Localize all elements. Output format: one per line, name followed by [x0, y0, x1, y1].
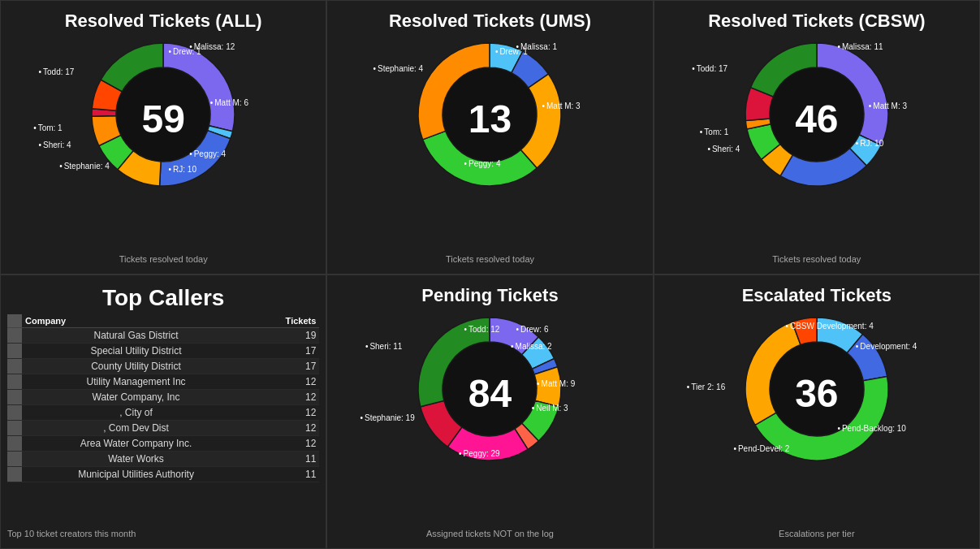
table-row: Water Company, Inc12: [7, 390, 319, 405]
label-mattm-cbsw: Matt M: 3: [869, 102, 907, 110]
label-neilm-pending: Neil M: 3: [532, 404, 568, 413]
label-malissa-cbsw: Malissa: 11: [837, 42, 883, 51]
label-rj-cbsw: RJ: 10: [856, 139, 883, 148]
tickets-cell: 12: [250, 374, 319, 390]
company-cell: County Utility District: [22, 359, 250, 374]
tickets-cell: 17: [250, 359, 319, 374]
row-stripe: [7, 452, 22, 467]
subtitle-top-callers: Top 10 ticket creators this month: [7, 529, 136, 542]
tickets-cell: 12: [250, 436, 319, 452]
subtitle-resolved-all: Tickets resolved today: [119, 254, 208, 267]
table-row: Area Water Company Inc.12: [7, 436, 319, 452]
table-row: Municipal Utilities Authority11: [7, 467, 319, 482]
col-company-header: Company: [22, 314, 250, 328]
donut-value-pending: 84: [468, 371, 512, 416]
donut-value-escalated: 36: [795, 371, 838, 416]
company-cell: Utility Management Inc: [22, 374, 250, 390]
row-stripe: [7, 421, 22, 436]
company-cell: Natural Gas District: [22, 328, 250, 344]
label-malissa-pending: Malissa: 2: [511, 342, 552, 351]
label-rj-all: RJ: 10: [169, 165, 196, 174]
company-cell: , Com Dev Dist: [22, 421, 250, 436]
panel-escalated: Escalated Tickets 36 CBSW Development: 4…: [654, 274, 980, 549]
subtitle-resolved-ums: Tickets resolved today: [446, 254, 534, 267]
label-stephanie-all: Stephanie: 4: [59, 162, 110, 171]
table-row: Special Utility District17: [7, 344, 319, 359]
donut-value-ums: 13: [468, 97, 512, 141]
panel-top-callers: Top Callers Company Tickets Natural Gas …: [0, 274, 326, 549]
label-todd-all: Todd: 17: [39, 67, 75, 76]
panel-resolved-cbsw: Resolved Tickets (CBSW) 46 Malissa: 11 T…: [654, 0, 980, 274]
title-resolved-ums: Resolved Tickets (UMS): [389, 11, 591, 32]
panel-resolved-all: Resolved Tickets (ALL) 59 Drew: 1 Maliss…: [0, 0, 326, 274]
row-stripe: [7, 467, 22, 482]
label-mattm-ums: Matt M: 3: [542, 102, 580, 110]
main-grid: Resolved Tickets (ALL) 59 Drew: 1 Maliss…: [0, 0, 980, 549]
donut-resolved-all: 59 Drew: 1 Malissa: 12 Todd: 17 Matt M: …: [33, 33, 293, 204]
table-row: , City of12: [7, 405, 319, 421]
label-penddevel-escalated: Pend-Devel: 2: [733, 444, 789, 453]
tickets-cell: 19: [250, 328, 319, 344]
row-stripe: [7, 344, 22, 359]
company-cell: Water Works: [22, 452, 250, 467]
label-tier2-escalated: Tier 2: 16: [687, 383, 725, 391]
tickets-cell: 12: [250, 421, 319, 436]
row-stripe: [7, 436, 22, 452]
panel-resolved-ums: Resolved Tickets (UMS) 13 Drew: 1 Maliss…: [326, 0, 653, 274]
label-todd-pending: Todd: 12: [464, 325, 499, 334]
subtitle-pending: Assigned tickets NOT on the log: [426, 529, 554, 542]
subtitle-escalated: Escalations per tier: [779, 529, 855, 542]
label-todd-cbsw: Todd: 17: [692, 64, 727, 73]
donut-escalated: 36 CBSW Development: 4 Development: 4 Ti…: [687, 308, 947, 478]
tickets-cell: 12: [250, 405, 319, 421]
donut-resolved-ums: 13 Drew: 1 Malissa: 1 Stephanie: 4 Matt …: [360, 33, 620, 204]
col-stripe: [7, 314, 22, 328]
label-malissa-ums: Malissa: 1: [516, 42, 557, 51]
row-stripe: [7, 359, 22, 374]
company-cell: , City of: [22, 405, 250, 421]
donut-pending: 84 Todd: 12 Drew: 6 Malissa: 2 Sheri: 11…: [360, 308, 620, 478]
donut-resolved-cbsw: 46 Malissa: 11 Todd: 17 Matt M: 3 Tom: 1…: [687, 33, 947, 204]
table-row: , Com Dev Dist12: [7, 421, 319, 436]
label-peggy-pending: Peggy: 29: [459, 449, 500, 458]
label-stephanie-pending: Stephanie: 19: [360, 413, 414, 422]
title-top-callers: Top Callers: [7, 285, 319, 311]
label-stephanie-ums: Stephanie: 4: [373, 64, 423, 73]
row-stripe: [7, 374, 22, 390]
company-cell: Water Company, Inc: [22, 390, 250, 405]
title-resolved-cbsw: Resolved Tickets (CBSW): [708, 11, 925, 32]
title-resolved-all: Resolved Tickets (ALL): [65, 11, 262, 32]
label-cbswdev-escalated: CBSW Development: 4: [785, 322, 873, 331]
tickets-cell: 11: [250, 452, 319, 467]
donut-svg-all: [82, 33, 244, 196]
subtitle-resolved-cbsw: Tickets resolved today: [772, 254, 861, 267]
tickets-cell: 17: [250, 344, 319, 359]
table-row: Natural Gas District19: [7, 328, 319, 344]
table-row: County Utility District17: [7, 359, 319, 374]
col-tickets-header: Tickets: [250, 314, 319, 328]
label-sheri-cbsw: Sheri: 4: [707, 145, 740, 153]
label-malissa-all: Malissa: 12: [189, 42, 235, 51]
label-dev-escalated: Development: 4: [856, 342, 917, 351]
label-peggy-all: Peggy: 4: [189, 149, 226, 158]
label-sheri-pending: Sheri: 11: [365, 342, 403, 351]
panel-pending: Pending Tickets 84 Todd: 12 Drew: 6 Mali…: [326, 274, 653, 549]
label-tom-cbsw: Tom: 1: [700, 128, 729, 136]
table-row: Utility Management Inc12: [7, 374, 319, 390]
label-mattm-all: Matt M: 6: [210, 98, 248, 107]
company-cell: Area Water Company Inc.: [22, 436, 250, 452]
tickets-cell: 11: [250, 467, 319, 482]
label-peggy-ums: Peggy: 4: [464, 159, 500, 168]
row-stripe: [7, 405, 22, 421]
company-cell: Special Utility District: [22, 344, 250, 359]
row-stripe: [7, 390, 22, 405]
company-cell: Municipal Utilities Authority: [22, 467, 250, 482]
callers-table: Company Tickets Natural Gas District19Sp…: [7, 314, 319, 482]
label-tom-all: Tom: 1: [33, 123, 63, 132]
row-stripe: [7, 328, 22, 344]
label-drew-pending: Drew: 6: [516, 325, 548, 334]
label-sheri-all: Sheri: 4: [39, 140, 71, 149]
label-pendbacklog-escalated: Pend-Backlog: 10: [837, 424, 905, 433]
title-escalated: Escalated Tickets: [742, 285, 891, 306]
title-pending: Pending Tickets: [421, 285, 558, 306]
